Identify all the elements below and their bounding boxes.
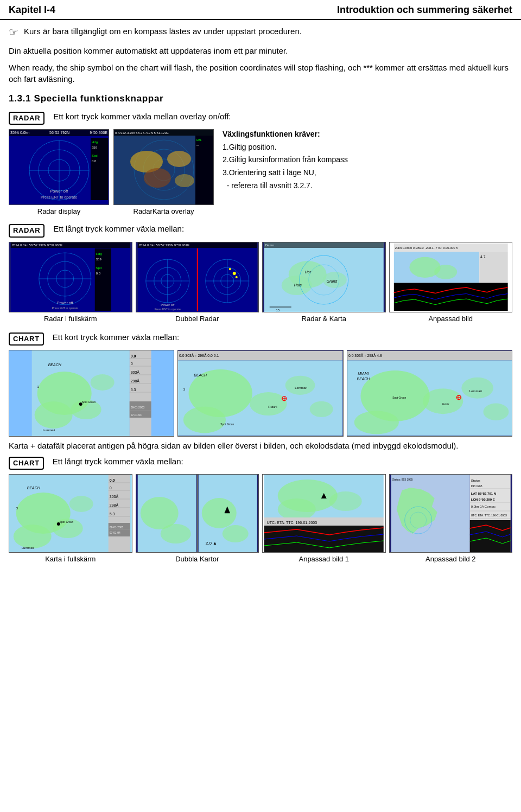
anpassad-bild2-block: Status: 993 1965 Status 993 1965 LAT 56°… [389, 474, 513, 564]
svg-text:09-01-2003: 09-01-2003 [110, 526, 124, 529]
svg-text:359: 359 [96, 258, 102, 261]
svg-text:Press ENT to operate: Press ENT to operate [154, 308, 180, 311]
radar-long-images-row: 359A 0.0kn 56°52.792N 9°50.300E Hdg 359 … [9, 242, 512, 324]
finger-paragraph: ☞ Kurs är bara tillgängligt om en kompas… [9, 25, 512, 40]
chart-long-badge: CHART [9, 457, 44, 470]
radar-long-row: RADAR Ett långt tryck kommer växla mella… [9, 223, 512, 237]
svg-text:298Å: 298Å [131, 379, 140, 383]
svg-text:0.0: 0.0 [92, 159, 97, 163]
svg-text:Lemmari: Lemmari [469, 389, 482, 393]
svg-text:359A 0.0kn  56°52.792N  9°50.3: 359A 0.0kn 56°52.792N 9°50.300E [12, 244, 62, 247]
fullskarm-block: 359A 0.0kn 56°52.792N 9°50.300E Hdg 359 … [9, 242, 132, 324]
svg-text:5.3: 5.3 [110, 512, 115, 516]
svg-text:Lummeli: Lummeli [22, 546, 34, 549]
svg-text:Press ENT to operate: Press ENT to operate [52, 306, 78, 310]
chart-img1-svg: BEACH 3 Spot Groun Lummeli 0.0 0 303Å 29… [9, 350, 174, 437]
radar-display-block: 359A 0.0kn56°52.792N9°50.300E Hdg 359 [9, 129, 109, 216]
svg-text:Spd: Spd [92, 154, 98, 157]
svg-text:0: 0 [110, 486, 112, 490]
svg-point-109 [250, 392, 287, 415]
finger-icon: ☞ [9, 24, 18, 40]
svg-text:UTC: ETA: TTC: 196-01-2003: UTC: ETA: TTC: 196-01-2003 [471, 514, 506, 517]
chart-short-row: CHART Ett kort tryck kommer växla mellan… [9, 331, 512, 346]
svg-text:3: 3 [183, 388, 185, 391]
anpassad-bild-label: Anpassad bild [428, 314, 473, 324]
svg-text:BEACH: BEACH [194, 373, 207, 377]
radar-karta-block: Demo Hor Hals Grund 15 [262, 242, 386, 324]
anpassad-bild2-svg: Status: 993 1965 Status 993 1965 LAT 56°… [390, 474, 512, 553]
radarkarta-svg: 0 A 91A 3.7kn 58-27.719N 5 51.123E EBL -… [114, 129, 213, 205]
svg-point-166 [201, 498, 236, 528]
svg-text:MIAMI: MIAMI [358, 372, 368, 375]
radar-short-section: 359A 0.0kn56°52.792N9°50.300E Hdg 359 [9, 129, 512, 216]
svg-text:09-01-2003: 09-01-2003 [131, 406, 145, 409]
radar-badge-short: RADAR [9, 112, 49, 125]
svg-text:UTC: ETA: TTC: 196-01-2003: UTC: ETA: TTC: 196-01-2003 [267, 521, 317, 525]
svg-text:0 A  91A  3.7kn 58-27.719N  5 : 0 A 91A 3.7kn 58-27.719N 5 51.123E [115, 131, 169, 135]
karta-fullskarm-block: BEACH 3 Spot Groun Lummeli 0.0 0 303Å 29… [9, 474, 132, 564]
svg-text:Lummeli: Lummeli [43, 429, 55, 432]
radar-long-text: Ett långt tryck kommer växla mellan: [53, 223, 184, 234]
svg-text:Spd: Spd [96, 266, 102, 270]
radar-long-badge: RADAR [9, 224, 45, 237]
svg-text:4.7.: 4.7. [480, 254, 486, 258]
svg-point-110 [285, 376, 315, 395]
svg-text:Grund: Grund [327, 279, 338, 283]
svg-rect-63 [264, 242, 384, 312]
radar-badge-label: RADAR [9, 112, 45, 125]
svg-text:Power off: Power off [57, 301, 73, 305]
svg-text:359: 359 [92, 146, 98, 149]
svg-text:BEACH: BEACH [27, 486, 41, 490]
anpassad-bild-block: 20kn 0.0mm 0 EBL1: -208.1 -7TC: 0.00.000… [389, 242, 513, 324]
svg-point-15 [144, 168, 171, 188]
chart-img3-block: 0.0 303Å ↑ 298Å 4.8 MIAMI BEACH Spot Gro… [347, 350, 512, 437]
radar-karta-svg: Demo Hor Hals Grund 15 [263, 242, 385, 312]
page-header: Kapitel I-4 Introduktion och summering s… [0, 0, 521, 20]
svg-point-17 [175, 174, 194, 187]
power-off-text: Power offPress ENT to operate [9, 188, 109, 200]
anpassad-bild-image: 20kn 0.0mm 0 EBL1: -208.1 -7TC: 0.00.000… [389, 242, 513, 312]
svg-point-16 [167, 151, 191, 167]
dubbla-kartor-svg: 2.0 ▲ [136, 474, 259, 553]
svg-point-111 [310, 401, 333, 417]
chart-img3-image: 0.0 303Å ↑ 298Å 4.8 MIAMI BEACH Spot Gro… [347, 350, 512, 437]
karta-fullskarm-image: BEACH 3 Spot Groun Lummeli 0.0 0 303Å 29… [9, 474, 132, 553]
svg-point-52 [232, 272, 236, 275]
svg-point-81 [35, 401, 73, 429]
svg-text:2.0 ▲: 2.0 ▲ [205, 541, 217, 546]
radar-display-label: Radar display [37, 207, 81, 216]
section-131-heading: 1.3.1 Speciella funktionsknappar [9, 92, 512, 105]
anpassad-bild1-label: Anpassad bild 1 [298, 554, 349, 564]
paragraph-2: When ready, the ship symbol on the chart… [9, 62, 512, 85]
karta-fullskarm-svg: BEACH 3 Spot Groun Lummeli 0.0 0 303Å 29… [9, 474, 132, 553]
chart-short-badge: CHART [9, 333, 44, 346]
dubbla-kartor-label: Dubbla Kartor [175, 554, 219, 564]
svg-text:BEACH: BEACH [48, 363, 62, 367]
radar-karta-image: Demo Hor Hals Grund 15 [262, 242, 386, 312]
svg-text:0: 0 [131, 362, 133, 366]
svg-text:20kn 0.0mm  0  EBL1: -208.1 -7: 20kn 0.0mm 0 EBL1: -208.1 -7TC: 0.00.000… [395, 246, 458, 250]
svg-text:Spot Groun: Spot Groun [60, 520, 74, 523]
svg-point-163 [160, 524, 190, 544]
fullskarm-svg: 359A 0.0kn 56°52.792N 9°50.300E Hdg 359 … [9, 242, 132, 312]
anpassad-bild2-label: Anpassad bild 2 [425, 554, 476, 564]
svg-text:993  1965: 993 1965 [471, 484, 482, 488]
chart-img1-block: BEACH 3 Spot Groun Lummeli 0.0 0 303Å 29… [9, 350, 174, 437]
chart-short-text: Ett kort tryck kommer växla mellan: [53, 331, 179, 343]
chart-img3-svg: 0.0 303Å ↑ 298Å 4.8 MIAMI BEACH Spot Gro… [347, 350, 512, 437]
svg-point-53 [228, 268, 231, 270]
radar-info-3: 3.Orientering satt i läge NU, [223, 168, 512, 178]
dubbel-radar-svg: 359A 0.0kn 56°52.793N 9°50.301E [136, 242, 259, 312]
chart-long-row: CHART Ett långt tryck kommer växla mella… [9, 456, 512, 470]
dubbla-kartor-block: 2.0 ▲ Dubbla Kartor [136, 474, 259, 564]
radar-short-row: RADAR Ett kort tryck kommer växla mellan… [9, 111, 512, 125]
paragraph-1: Din aktuella position kommer automatiskt… [9, 45, 512, 56]
svg-text:Hals: Hals [294, 283, 302, 287]
svg-point-83 [91, 374, 115, 391]
svg-text:LON 9°50.290 E: LON 9°50.290 E [471, 498, 494, 501]
radar-info-2: 2.Giltig kursinformation från kompass [223, 155, 512, 165]
svg-rect-157 [109, 523, 130, 536]
dubbel-radar-image: 359A 0.0kn 56°52.793N 9°50.301E [136, 242, 259, 312]
chart-short-badge-col: CHART [9, 333, 48, 346]
chapter-label: Kapitel I-4 [9, 3, 55, 17]
